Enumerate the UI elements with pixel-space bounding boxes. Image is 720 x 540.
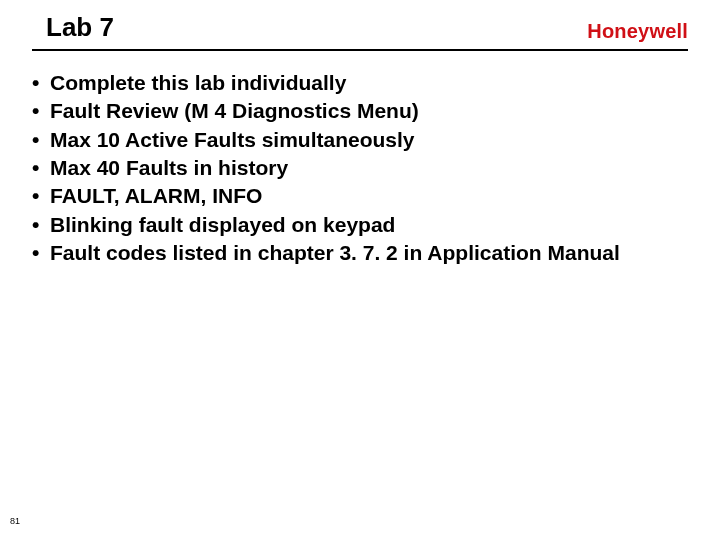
bullet-list: Complete this lab individually Fault Rev… [32,69,688,267]
slide-content: Complete this lab individually Fault Rev… [32,69,688,267]
list-item: Max 40 Faults in history [32,154,688,182]
list-item: Max 10 Active Faults simultaneously [32,126,688,154]
slide-header: Lab 7 Honeywell [32,12,688,51]
list-item: FAULT, ALARM, INFO [32,182,688,210]
list-item: Fault Review (M 4 Diagnostics Menu) [32,97,688,125]
page-number: 81 [10,516,20,526]
slide-title: Lab 7 [46,12,114,43]
list-item: Blinking fault displayed on keypad [32,211,688,239]
list-item: Fault codes listed in chapter 3. 7. 2 in… [32,239,688,267]
brand-logo: Honeywell [587,20,688,43]
list-item: Complete this lab individually [32,69,688,97]
